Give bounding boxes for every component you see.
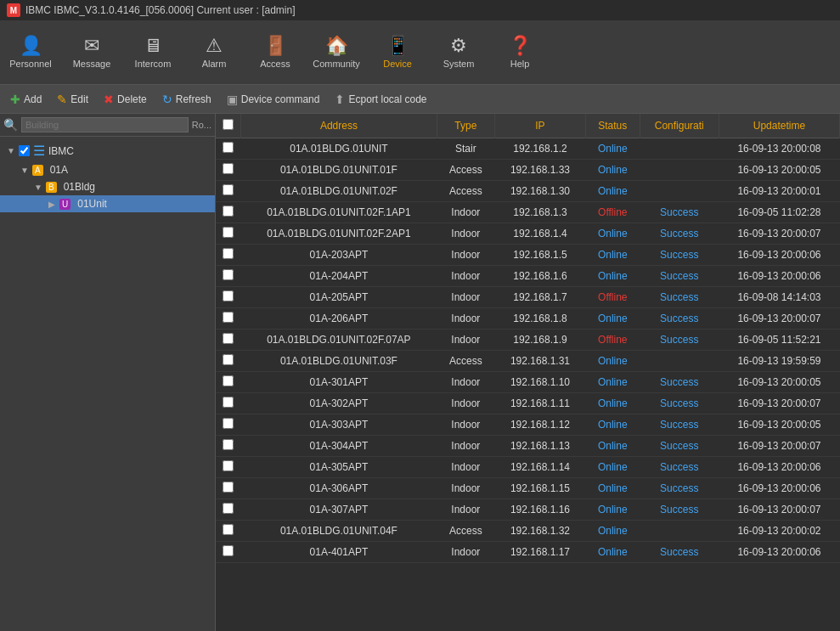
row-status-4: Online [586, 223, 640, 245]
row-check-13[interactable] [223, 418, 234, 429]
row-check-10[interactable] [223, 354, 234, 365]
row-check-4[interactable] [223, 227, 234, 238]
nav-item-device[interactable]: 📱Device [367, 22, 428, 83]
row-checkbox-13[interactable] [216, 414, 241, 436]
row-check-14[interactable] [223, 439, 234, 450]
tree-item-01bldg[interactable]: ▼ B 01Bldg [0, 178, 215, 195]
row-config-17: Success [640, 499, 719, 521]
row-ip-11: 192.168.1.10 [494, 372, 585, 393]
row-address-16: 01A-306APT [241, 478, 437, 499]
device-command-button[interactable]: ▣ Device command [220, 89, 327, 110]
col-config[interactable]: Configurati [640, 114, 719, 138]
row-checkbox-0[interactable] [216, 138, 241, 160]
nav-item-intercom[interactable]: 🖥Intercom [122, 22, 183, 83]
row-check-11[interactable] [223, 375, 234, 386]
config-value: Success [660, 270, 698, 282]
col-type[interactable]: Type [437, 114, 494, 138]
01unit-icon: U [59, 199, 70, 210]
nav-label-device: Device [383, 59, 412, 69]
nav-label-personnel: Personnel [9, 59, 52, 69]
row-check-19[interactable] [223, 545, 234, 556]
row-check-5[interactable] [223, 248, 234, 259]
row-checkbox-15[interactable] [216, 457, 241, 478]
nav-item-personnel[interactable]: 👤Personnel [0, 22, 61, 83]
row-updatetime-4: 16-09-13 20:00:07 [719, 223, 839, 245]
row-updatetime-14: 16-09-13 20:00:07 [719, 436, 839, 457]
col-status[interactable]: Status [586, 114, 640, 138]
row-checkbox-16[interactable] [216, 478, 241, 499]
row-checkbox-3[interactable] [216, 202, 241, 223]
row-checkbox-19[interactable] [216, 542, 241, 563]
row-config-5: Success [640, 245, 719, 266]
row-checkbox-10[interactable] [216, 351, 241, 372]
row-type-13: Indoor [437, 414, 494, 436]
tree-checkbox-ibmc[interactable] [19, 145, 30, 156]
content-area: Address Type IP Status Configurati Updat… [216, 114, 840, 631]
nav-item-system[interactable]: ⚙System [428, 22, 489, 83]
intercom-icon: 🖥 [144, 37, 162, 55]
export-button[interactable]: ⬆ Ecport local code [328, 89, 433, 110]
row-check-15[interactable] [223, 460, 234, 471]
row-address-7: 01A-205APT [241, 287, 437, 308]
row-check-8[interactable] [223, 312, 234, 323]
col-ip[interactable]: IP [494, 114, 585, 138]
nav-item-access[interactable]: 🚪Access [245, 22, 306, 83]
row-check-0[interactable] [223, 142, 234, 153]
tree-item-ibmc[interactable]: ▼ ☰ IBMC [0, 140, 215, 161]
row-config-4: Success [640, 223, 719, 245]
nav-item-alarm[interactable]: ⚠Alarm [183, 22, 245, 83]
row-address-9: 01A.01BLDG.01UNIT.02F.07AP [241, 330, 437, 351]
row-status-15: Online [586, 457, 640, 478]
nav-item-message[interactable]: ✉Message [61, 22, 122, 83]
row-checkbox-14[interactable] [216, 436, 241, 457]
row-checkbox-1[interactable] [216, 160, 241, 181]
table-row: 01A.01BLDG.01UNIT.02F.07AP Indoor 192.16… [216, 330, 840, 351]
search-icon: 🔍 [3, 118, 18, 132]
row-check-1[interactable] [223, 163, 234, 174]
edit-button[interactable]: ✎ Edit [50, 89, 95, 110]
row-address-5: 01A-203APT [241, 245, 437, 266]
refresh-label: Refresh [176, 93, 211, 105]
row-checkbox-17[interactable] [216, 499, 241, 521]
row-check-9[interactable] [223, 333, 234, 344]
row-checkbox-9[interactable] [216, 330, 241, 351]
nav-item-help[interactable]: ❓Help [489, 22, 550, 83]
row-check-2[interactable] [223, 184, 234, 195]
row-checkbox-2[interactable] [216, 181, 241, 202]
tree-item-01unit[interactable]: ▶ U 01Unit [0, 195, 215, 212]
refresh-button[interactable]: ↻ Refresh [155, 89, 218, 110]
row-checkbox-12[interactable] [216, 393, 241, 414]
row-ip-0: 192.168.1.2 [494, 138, 585, 160]
row-config-15: Success [640, 457, 719, 478]
row-check-17[interactable] [223, 503, 234, 514]
col-address[interactable]: Address [241, 114, 437, 138]
select-all-checkbox[interactable] [223, 119, 234, 130]
row-checkbox-8[interactable] [216, 308, 241, 330]
row-check-16[interactable] [223, 482, 234, 493]
row-checkbox-6[interactable] [216, 266, 241, 287]
row-checkbox-18[interactable] [216, 521, 241, 542]
row-updatetime-2: 16-09-13 20:00:01 [719, 181, 839, 202]
row-type-10: Access [437, 351, 494, 372]
delete-button[interactable]: ✖ Delete [97, 89, 154, 110]
row-address-17: 01A-307APT [241, 499, 437, 521]
search-input[interactable] [21, 117, 189, 132]
export-icon: ⬆ [335, 93, 345, 106]
row-config-3: Success [640, 202, 719, 223]
row-checkbox-4[interactable] [216, 223, 241, 245]
row-check-6[interactable] [223, 269, 234, 280]
tree-item-01a[interactable]: ▼ A 01A [0, 161, 215, 178]
row-checkbox-7[interactable] [216, 287, 241, 308]
row-check-7[interactable] [223, 290, 234, 301]
row-check-18[interactable] [223, 524, 234, 535]
row-check-12[interactable] [223, 397, 234, 408]
add-button[interactable]: ✚ Add [3, 89, 48, 110]
row-type-2: Access [437, 181, 494, 202]
nav-item-community[interactable]: 🏠Community [306, 22, 367, 83]
config-value: Success [660, 249, 698, 261]
row-checkbox-5[interactable] [216, 245, 241, 266]
col-updatetime[interactable]: Updatetime [719, 114, 839, 138]
row-type-11: Indoor [437, 372, 494, 393]
row-checkbox-11[interactable] [216, 372, 241, 393]
row-check-3[interactable] [223, 206, 234, 217]
